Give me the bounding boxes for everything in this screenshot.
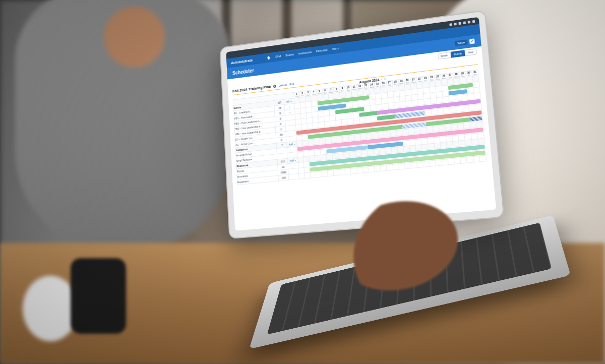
gantt-cell[interactable]	[411, 162, 417, 168]
gantt-cell[interactable]	[454, 158, 460, 164]
gantt-cell[interactable]	[322, 171, 328, 177]
info-icon[interactable]: i	[273, 85, 276, 88]
nav-financial[interactable]: Financial	[316, 48, 328, 53]
gantt-cell[interactable]	[423, 161, 430, 167]
edit-link[interactable]: Edit	[289, 82, 294, 86]
gantt-cell[interactable]	[339, 169, 345, 175]
view-month[interactable]: Month	[451, 50, 465, 58]
gantt-cell[interactable]	[345, 168, 351, 174]
view-year[interactable]: Year	[464, 48, 477, 56]
gantt-cell[interactable]	[362, 167, 369, 173]
nav-crm[interactable]: CRM	[275, 54, 281, 58]
expand-icon[interactable]: ⤢	[469, 38, 475, 44]
gantt-cell[interactable]	[398, 163, 405, 169]
gantt-cell[interactable]	[417, 161, 424, 167]
gantt-cell[interactable]	[369, 166, 375, 172]
gantt-cell[interactable]	[316, 171, 322, 177]
gantt-cell[interactable]	[375, 166, 381, 172]
util-icon[interactable]	[472, 20, 475, 23]
util-icon[interactable]	[458, 22, 461, 25]
gantt-cell[interactable]	[466, 157, 473, 163]
row-ctl	[288, 173, 299, 180]
nav-events[interactable]: Events	[285, 53, 294, 57]
gantt-cell[interactable]	[473, 156, 480, 162]
nav-instructors[interactable]: Instructors	[298, 50, 312, 55]
prev-month[interactable]: ‹	[381, 78, 383, 81]
gantt-cell[interactable]	[298, 173, 305, 179]
row-count: 329	[278, 174, 289, 181]
laptop: Administrate CRM Events Instructors Fina…	[206, 14, 550, 358]
gantt-cell[interactable]	[479, 155, 487, 162]
gantt-cell[interactable]	[435, 160, 442, 166]
util-icon[interactable]	[468, 21, 471, 24]
gantt-cell[interactable]	[448, 158, 454, 165]
gantt-cell[interactable]	[333, 169, 339, 175]
gantt-cell[interactable]	[327, 170, 333, 176]
gantt-cell[interactable]	[460, 157, 467, 164]
gantt-cell[interactable]	[442, 159, 448, 165]
solve-button[interactable]: Solve	[454, 39, 467, 46]
util-icon[interactable]	[454, 22, 456, 25]
util-icon[interactable]	[449, 23, 452, 26]
gantt-cell[interactable]	[392, 164, 399, 170]
gantt-cell[interactable]	[351, 168, 357, 174]
gantt-cell[interactable]	[381, 165, 387, 171]
gantt-cell[interactable]	[404, 163, 411, 169]
brand-title: Administrate	[231, 58, 253, 65]
util-icon[interactable]	[463, 21, 465, 24]
nav-team[interactable]: Team	[332, 47, 339, 51]
gantt-cell[interactable]	[356, 167, 363, 173]
gantt-cell[interactable]	[310, 172, 316, 178]
gantt-cell[interactable]	[386, 164, 393, 170]
page-title: Scheduler	[232, 68, 254, 76]
next-month[interactable]: ›	[384, 77, 386, 81]
gantt-cell[interactable]	[429, 160, 436, 166]
gantt-cell[interactable]	[305, 172, 311, 178]
home-icon[interactable]	[267, 56, 271, 59]
details-link[interactable]: Details	[279, 83, 287, 87]
view-week[interactable]: Week	[438, 52, 451, 59]
